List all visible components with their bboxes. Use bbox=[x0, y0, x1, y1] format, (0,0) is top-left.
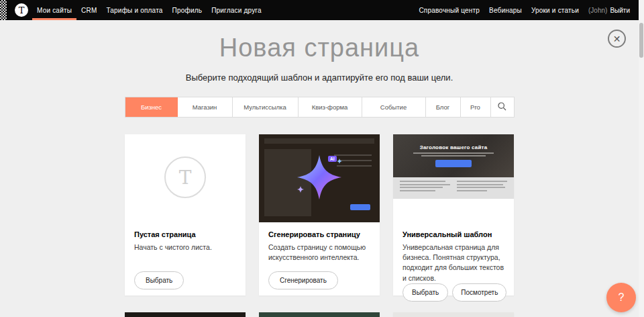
ai-badge: AI bbox=[328, 156, 337, 162]
preview-blue-button bbox=[350, 204, 370, 210]
page-title: Новая страница bbox=[0, 34, 639, 62]
user-name: (John) bbox=[588, 7, 607, 14]
card-title: Универсальный шаблон bbox=[402, 230, 504, 238]
close-button[interactable]: ✕ bbox=[608, 30, 626, 48]
tab-business[interactable]: Бизнес bbox=[125, 97, 178, 117]
scrollbar-thumb[interactable] bbox=[639, 23, 643, 58]
card-body: Пустая страница Начать с чистого листа. … bbox=[125, 222, 246, 296]
scrollbar bbox=[639, 0, 644, 317]
card-universal-template[interactable]: Заголовок вашего сайта bbox=[393, 134, 514, 296]
template-card[interactable] bbox=[259, 312, 380, 317]
main-content: ✕ Новая страница Выберите подходящий шаб… bbox=[0, 20, 639, 317]
tab-blog[interactable]: Блог bbox=[426, 97, 461, 117]
topbar: T Мои сайты CRM Тарифы и оплата Профиль … bbox=[0, 0, 639, 20]
card-title: Пустая страница bbox=[134, 230, 236, 238]
help-button[interactable]: ? bbox=[606, 283, 636, 312]
nav-item-webinars[interactable]: Вебинары bbox=[484, 0, 527, 20]
blank-page-preview: T bbox=[125, 134, 246, 222]
nav-item-my-sites[interactable]: Мои сайты bbox=[32, 0, 76, 20]
template-preview bbox=[393, 312, 514, 317]
preview-navbar bbox=[264, 138, 374, 144]
preview-hero-section: Заголовок вашего сайта bbox=[393, 134, 514, 177]
preview-text-column bbox=[400, 181, 450, 195]
card-blank-page[interactable]: T Пустая страница Начать с чистого листа… bbox=[125, 134, 246, 296]
user-logout[interactable]: (John) Выйти bbox=[584, 7, 635, 14]
template-cards-grid: T Пустая страница Начать с чистого листа… bbox=[125, 134, 514, 317]
card-generate-ai[interactable]: AI Сгенерировать страницу Создать страни… bbox=[259, 134, 380, 296]
tilda-logo[interactable]: T bbox=[15, 3, 28, 17]
card-actions: Выбрать bbox=[134, 271, 236, 289]
tab-store[interactable]: Магазин bbox=[178, 97, 233, 117]
checker-pattern bbox=[0, 0, 7, 20]
template-category-tabs: Бизнес Магазин Мультиссылка Квиз-форма С… bbox=[125, 97, 515, 118]
search-button[interactable] bbox=[491, 97, 514, 117]
main-nav: Мои сайты CRM Тарифы и оплата Профиль Пр… bbox=[32, 0, 266, 20]
search-icon bbox=[498, 101, 506, 114]
app: T Мои сайты CRM Тарифы и оплата Профиль … bbox=[0, 0, 644, 317]
preview-subtext-bar bbox=[421, 155, 486, 156]
tab-pro[interactable]: Pro bbox=[461, 97, 491, 117]
preview-cta-button bbox=[435, 160, 472, 167]
template-preview bbox=[259, 312, 380, 317]
card-description: Создать страницу с помощью искусственног… bbox=[268, 242, 370, 263]
preview-button[interactable]: Посмотреть bbox=[452, 283, 506, 302]
logout-link[interactable]: Выйти bbox=[610, 7, 630, 14]
tab-event[interactable]: Событие bbox=[362, 97, 426, 117]
select-button[interactable]: Выбрать bbox=[134, 271, 184, 289]
generate-button[interactable]: Сгенерировать bbox=[268, 271, 338, 289]
card-actions: Выбрать Посмотреть bbox=[402, 283, 504, 302]
preview-subtext-bar bbox=[413, 152, 494, 154]
ai-preview: AI bbox=[259, 134, 380, 222]
card-body: Сгенерировать страницу Создать страницу … bbox=[259, 222, 380, 296]
select-button[interactable]: Выбрать bbox=[402, 283, 448, 302]
nav-item-help-center[interactable]: Справочный центр bbox=[414, 0, 484, 20]
template-preview bbox=[125, 312, 246, 317]
card-body: Универсальный шаблон Универсальная стран… bbox=[393, 222, 514, 308]
page-subtitle: Выберите подходящий шаблон и адаптируйте… bbox=[0, 73, 639, 83]
card-description: Начать с чистого листа. bbox=[134, 242, 236, 253]
secondary-nav: Справочный центр Вебинары Уроки и статьи… bbox=[414, 0, 635, 20]
card-title: Сгенерировать страницу bbox=[268, 230, 370, 238]
nav-item-pricing[interactable]: Тарифы и оплата bbox=[101, 0, 167, 20]
card-description: Универсальная страница для бизнеса. Поня… bbox=[402, 242, 504, 283]
tab-multilink[interactable]: Мультиссылка bbox=[233, 97, 299, 117]
nav-item-invite-friend[interactable]: Пригласи друга bbox=[207, 0, 266, 20]
preview-text-column bbox=[457, 181, 507, 195]
tab-quiz-form[interactable]: Квиз-форма bbox=[299, 97, 362, 117]
nav-item-profile[interactable]: Профиль bbox=[168, 0, 207, 20]
card-actions: Сгенерировать bbox=[268, 271, 370, 289]
universal-preview: Заголовок вашего сайта bbox=[393, 134, 514, 222]
template-card[interactable] bbox=[393, 312, 514, 317]
preview-site-heading: Заголовок вашего сайта bbox=[420, 144, 488, 150]
nav-item-crm[interactable]: CRM bbox=[76, 0, 101, 20]
tilda-mark-icon: T bbox=[164, 156, 206, 198]
template-card[interactable] bbox=[125, 312, 246, 317]
ai-sparkle-icon bbox=[288, 146, 350, 211]
preview-text-section bbox=[393, 177, 514, 199]
nav-item-lessons[interactable]: Уроки и статьи bbox=[527, 0, 584, 20]
